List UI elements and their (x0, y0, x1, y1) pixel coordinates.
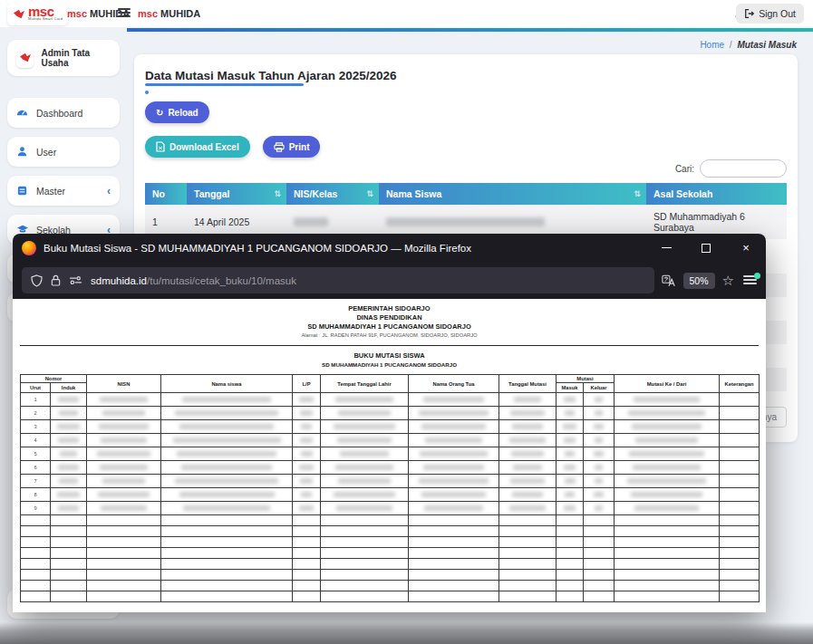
download-excel-button[interactable]: Download Excel (145, 136, 250, 158)
search-label: Cari: (675, 164, 694, 174)
breadcrumb-home-link[interactable]: Home (700, 40, 724, 50)
printer-icon (274, 142, 285, 152)
doc-table-row: 6 (21, 461, 760, 475)
redacted-cell (299, 397, 314, 402)
redacted-cell (173, 437, 281, 443)
redacted-cell (595, 397, 604, 402)
redacted-cell (423, 397, 484, 402)
column-header-nama-siswa[interactable]: Nama Siswa⇅ (379, 183, 646, 205)
redacted-cell (338, 478, 391, 484)
doc-col-ortu: Nama Orang Tua (409, 375, 499, 393)
redacted-cell (594, 451, 605, 457)
redacted-cell (301, 451, 313, 457)
screen: { "icons": { "chevron_left": "‹", "sort"… (0, 0, 813, 644)
redacted-cell (98, 492, 149, 497)
redacted-cell (340, 451, 389, 457)
redacted-cell (419, 410, 489, 416)
firefox-titlebar[interactable]: Buku Mutasi Siswa - SD MUHAMMADIYAH 1 PU… (13, 234, 766, 262)
redacted-cell (563, 424, 576, 429)
url-text[interactable]: sdmuhida.id/tu/mutasi/cetak_buku/10/masu… (91, 275, 296, 286)
page-title: Data Mutasi Masuk Tahun Ajaran 2025/2026 (145, 69, 397, 86)
letterhead-rule (20, 345, 759, 346)
update-dot (754, 273, 760, 279)
column-header-tanggal[interactable]: Tanggal⇅ (187, 183, 286, 205)
column-header-no[interactable]: No (145, 183, 187, 205)
tracking-shield-icon[interactable] (31, 274, 43, 287)
redacted-cell (510, 478, 545, 484)
translate-icon[interactable] (662, 274, 676, 287)
url-bar[interactable]: sdmuhida.id/tu/mutasi/cetak_buku/10/masu… (22, 267, 654, 293)
redacted-cell (57, 424, 80, 429)
column-header-asal-sekolah[interactable]: Asal Sekolah (646, 183, 787, 205)
close-button[interactable]: × (726, 234, 766, 262)
redacted-cell (421, 424, 485, 429)
doc-table-empty-row (21, 559, 760, 570)
profile-logo-icon (16, 48, 34, 68)
redacted-cell (175, 478, 279, 484)
doc-table-row: 7 (21, 475, 760, 488)
permissions-icon[interactable] (69, 275, 82, 285)
redacted-cell (181, 465, 271, 470)
app-menu-icon[interactable] (743, 275, 757, 285)
redacted-cell (627, 478, 706, 484)
breadcrumb-current: Mutasi Masuk (737, 40, 797, 50)
sidebar-item-user[interactable]: User (7, 137, 120, 167)
sort-icon[interactable]: ⇅ (274, 189, 281, 198)
doc-table-row: 9 (21, 502, 760, 515)
redacted-cell (424, 505, 483, 511)
sign-out-button[interactable]: Sign Out (736, 4, 804, 24)
redacted-cell (175, 410, 277, 416)
sidebar-profile[interactable]: Admin Tata Usaha (7, 40, 120, 76)
redacted-cell (101, 437, 146, 443)
doc-table-empty-row (21, 570, 760, 581)
letterhead-line1: PEMERINTAH SIDOARJO (13, 304, 766, 313)
sort-icon[interactable]: ⇅ (634, 189, 641, 198)
redacted-cell (338, 410, 390, 416)
logo-text: msc (28, 7, 63, 16)
redacted-cell (300, 437, 314, 443)
redacted-cell (421, 492, 486, 497)
redacted-cell (100, 465, 148, 470)
print-button[interactable]: Print (263, 136, 321, 158)
doc-col-mutasi: Mutasi (557, 375, 615, 383)
lock-icon[interactable] (51, 274, 61, 286)
document-viewport: PEMERINTAH SIDOARJO DINAS PENDIDIKAN SD … (13, 299, 766, 612)
bookmark-star-icon[interactable]: ☆ (722, 273, 734, 289)
column-header-nis-kelas[interactable]: NIS/Kelas⇅ (286, 183, 379, 205)
redacted-cell (102, 478, 146, 484)
sidebar-item-master[interactable]: Master‹ (7, 176, 120, 206)
zoom-level-badge[interactable]: 50% (683, 273, 715, 289)
sort-icon[interactable]: ⇅ (366, 189, 373, 198)
redacted-cell (565, 410, 576, 416)
redacted-cell (594, 424, 604, 429)
document-title: BUKU MUTASI SISWA (13, 351, 766, 360)
reload-button[interactable]: ↻ Reload (145, 101, 209, 123)
msc-logo-icon (13, 9, 25, 20)
redacted-cell (300, 410, 313, 416)
redacted-cell (336, 505, 392, 511)
redacted-cell (299, 505, 313, 511)
sidebar-item-label: Master (36, 186, 65, 197)
title-dot (145, 91, 149, 94)
redacted-cell (634, 397, 700, 402)
profile-name: Admin Tata Usaha (41, 48, 111, 68)
dashboard-icon (16, 107, 29, 120)
doc-col-urut: Urut (21, 383, 51, 393)
redacted-cell (629, 451, 703, 457)
doc-table-row: 1 (21, 393, 760, 407)
redacted-cell (102, 410, 145, 416)
redacted-cell (633, 465, 700, 470)
redacted-cell (101, 505, 147, 511)
sidebar-item-label: Dashboard (36, 108, 82, 119)
maximize-button[interactable] (686, 234, 726, 262)
doc-table-empty-row (21, 581, 760, 591)
redacted-cell (513, 465, 541, 470)
sidebar-item-dashboard[interactable]: Dashboard (7, 98, 120, 128)
redacted-cell (509, 505, 546, 511)
minimize-button[interactable] (646, 234, 686, 262)
search-input[interactable] (700, 159, 787, 178)
hamburger-menu-icon[interactable] (118, 8, 131, 18)
chevron-left-icon: ‹ (107, 185, 111, 197)
doc-table-empty-row (21, 526, 760, 537)
redacted-cell (334, 492, 395, 497)
